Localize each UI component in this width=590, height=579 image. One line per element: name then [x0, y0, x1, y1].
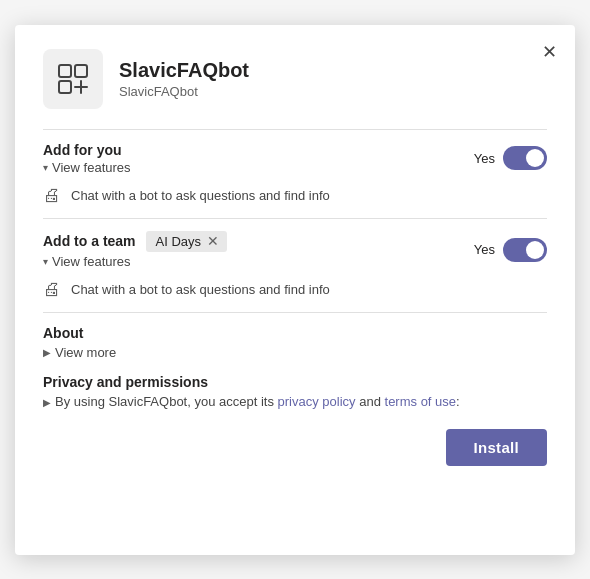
- app-icon: [43, 49, 103, 109]
- privacy-title: Privacy and permissions: [43, 374, 547, 390]
- chevron-down-icon-2: ▾: [43, 256, 48, 267]
- add-for-you-title: Add for you: [43, 142, 131, 158]
- about-section: About ▶ View more: [43, 325, 547, 360]
- svg-rect-1: [75, 65, 87, 77]
- divider-1: [43, 129, 547, 130]
- divider-2: [43, 218, 547, 219]
- add-for-you-header: Add for you ▾ View features Yes: [43, 142, 547, 175]
- privacy-text-row: ▶ By using SlavicFAQbot, you accept its …: [43, 394, 547, 409]
- app-name: SlavicFAQbot: [119, 59, 249, 82]
- view-more-label: View more: [55, 345, 116, 360]
- add-for-you-toggle[interactable]: [503, 146, 547, 170]
- dialog-footer: Install: [43, 429, 547, 466]
- team-chip: AI Days ✕: [146, 231, 228, 252]
- chevron-right-icon: ▶: [43, 347, 51, 358]
- app-info: SlavicFAQbot SlavicFAQbot: [119, 59, 249, 99]
- add-for-you-left: Add for you ▾ View features: [43, 142, 131, 175]
- privacy-text-and: and: [356, 394, 385, 409]
- add-to-team-toggle-area: Yes: [474, 238, 547, 262]
- svg-rect-0: [59, 65, 71, 77]
- privacy-text-after: :: [456, 394, 460, 409]
- svg-rect-2: [59, 81, 71, 93]
- add-to-team-toggle[interactable]: [503, 238, 547, 262]
- privacy-policy-link[interactable]: privacy policy: [278, 394, 356, 409]
- team-chip-name: AI Days: [156, 234, 202, 249]
- terms-of-use-link[interactable]: terms of use: [385, 394, 457, 409]
- add-for-you-toggle-label: Yes: [474, 151, 495, 166]
- view-more-row[interactable]: ▶ View more: [43, 345, 547, 360]
- app-icon-svg: [55, 61, 91, 97]
- team-chip-close-button[interactable]: ✕: [207, 234, 219, 248]
- add-to-team-section: Add to a team AI Days ✕ ▾ View features …: [43, 231, 547, 300]
- add-to-team-title: Add to a team: [43, 233, 136, 249]
- privacy-section: Privacy and permissions ▶ By using Slavi…: [43, 374, 547, 409]
- add-to-team-slider: [503, 238, 547, 262]
- add-to-team-header: Add to a team AI Days ✕ ▾ View features …: [43, 231, 547, 269]
- about-title: About: [43, 325, 547, 341]
- privacy-chevron-icon: ▶: [43, 397, 51, 408]
- install-dialog: ✕ SlavicFAQbot SlavicFAQbot Add for you …: [15, 25, 575, 555]
- close-button[interactable]: ✕: [538, 39, 561, 65]
- privacy-text: By using SlavicFAQbot, you accept its pr…: [55, 394, 460, 409]
- privacy-text-before: By using SlavicFAQbot, you accept its: [55, 394, 278, 409]
- add-for-you-slider: [503, 146, 547, 170]
- bot-icon-1: 🖨: [43, 185, 61, 206]
- add-for-you-section: Add for you ▾ View features Yes 🖨 Chat w…: [43, 142, 547, 206]
- chevron-down-icon-1: ▾: [43, 162, 48, 173]
- install-button[interactable]: Install: [446, 429, 547, 466]
- add-to-team-feature-text: Chat with a bot to ask questions and fin…: [71, 282, 330, 297]
- app-subtitle: SlavicFAQbot: [119, 84, 249, 99]
- bot-icon-2: 🖨: [43, 279, 61, 300]
- add-for-you-toggle-area: Yes: [474, 146, 547, 170]
- app-header: SlavicFAQbot SlavicFAQbot: [43, 49, 547, 109]
- add-for-you-feature: 🖨 Chat with a bot to ask questions and f…: [43, 185, 547, 206]
- divider-3: [43, 312, 547, 313]
- view-features-row-1[interactable]: ▾ View features: [43, 160, 131, 175]
- view-features-label-2: View features: [52, 254, 131, 269]
- view-features-label-1: View features: [52, 160, 131, 175]
- view-features-row-2[interactable]: ▾ View features: [43, 254, 227, 269]
- add-for-you-feature-text: Chat with a bot to ask questions and fin…: [71, 188, 330, 203]
- add-to-team-feature: 🖨 Chat with a bot to ask questions and f…: [43, 279, 547, 300]
- add-to-team-toggle-label: Yes: [474, 242, 495, 257]
- add-to-team-left: Add to a team AI Days ✕ ▾ View features: [43, 231, 227, 269]
